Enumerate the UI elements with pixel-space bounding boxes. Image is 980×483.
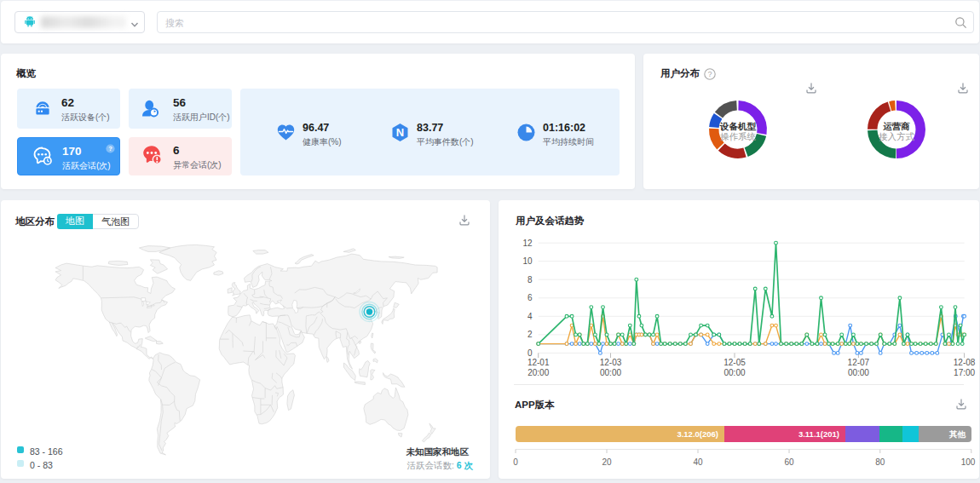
svg-text:2: 2 — [527, 330, 533, 339]
svg-text:60: 60 — [784, 457, 794, 467]
svg-text:10: 10 — [522, 256, 533, 266]
svg-text:17:00: 17:00 — [954, 368, 975, 377]
svg-text:8: 8 — [527, 275, 533, 285]
svg-text:0: 0 — [527, 348, 533, 358]
svg-text:4: 4 — [527, 312, 533, 321]
svg-text:12-03: 12-03 — [600, 358, 622, 367]
svg-text:操作系统: 操作系统 — [720, 131, 757, 141]
svg-text:20:00: 20:00 — [527, 368, 549, 377]
svg-text:0: 0 — [513, 457, 518, 467]
svg-text:80: 80 — [875, 457, 885, 467]
svg-text:12-05: 12-05 — [723, 358, 746, 367]
svg-text:运营商: 运营商 — [883, 121, 910, 131]
svg-text:12-08: 12-08 — [954, 358, 976, 367]
svg-text:00:00: 00:00 — [848, 368, 869, 377]
svg-text:?: ? — [108, 145, 112, 152]
svg-text:00:00: 00:00 — [600, 368, 621, 377]
svg-text:设备机型: 设备机型 — [719, 121, 757, 131]
svg-text:100: 100 — [961, 457, 976, 467]
svg-text:12: 12 — [522, 239, 533, 248]
svg-text:接入方式: 接入方式 — [879, 131, 915, 141]
svg-text:00:00: 00:00 — [723, 368, 745, 377]
svg-text:20: 20 — [602, 457, 612, 467]
svg-text:12-07: 12-07 — [848, 358, 870, 367]
svg-text:N: N — [396, 126, 404, 139]
svg-text:40: 40 — [693, 457, 703, 467]
svg-text:6: 6 — [527, 293, 533, 302]
svg-text:12-01: 12-01 — [527, 358, 550, 367]
